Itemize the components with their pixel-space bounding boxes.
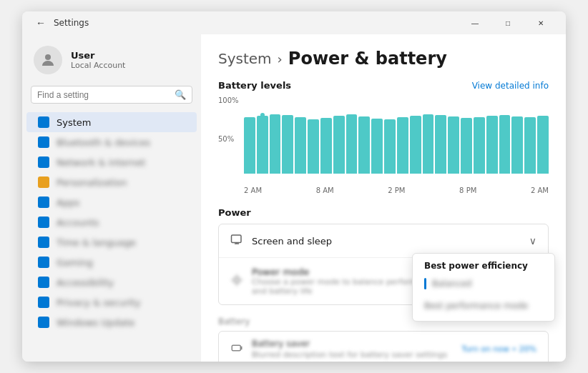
chart-bar [333, 116, 345, 174]
system-icon [38, 116, 49, 128]
sidebar-item-apps[interactable]: Apps [26, 192, 197, 212]
chart-bar [524, 117, 536, 174]
chart-y-labels: 100% 50% 0 [218, 96, 239, 182]
sidebar-label-gaming: Gaming [57, 257, 93, 268]
battery-saver-content: Battery saver Blurred description text f… [252, 339, 453, 359]
sidebar-item-gaming[interactable]: Gaming [26, 252, 197, 272]
maximize-button[interactable]: □ [491, 11, 524, 34]
chart-bar [244, 117, 255, 174]
chart-bar [461, 118, 472, 174]
apps-icon [38, 197, 49, 208]
sidebar-item-bluetooth[interactable]: Bluetooth & devices [26, 132, 197, 152]
gaming-icon [38, 257, 49, 268]
power-section: Power Screen and sleep ∨ [218, 207, 549, 305]
chart-bar [448, 116, 459, 174]
view-detailed-link[interactable]: View detailed info [472, 81, 549, 91]
chart-bar [371, 119, 383, 174]
screen-sleep-icon [230, 233, 243, 249]
sidebar-label-personalization: Personalization [57, 177, 127, 188]
chart-bar [474, 117, 485, 174]
svg-point-0 [45, 54, 51, 60]
search-box[interactable]: 🔍 [31, 86, 192, 104]
back-button[interactable]: ← [31, 13, 51, 33]
chart-bar [499, 115, 511, 174]
battery-saver-desc: Blurred description text for battery sav… [252, 350, 453, 359]
breadcrumb-parent[interactable]: System [218, 50, 272, 67]
chart-area [244, 96, 549, 182]
svg-rect-1 [232, 235, 242, 243]
user-section: User Local Account [22, 40, 201, 86]
breadcrumb-current: Power & battery [288, 49, 447, 69]
breadcrumb-chevron-icon: › [278, 51, 283, 66]
user-info: User Local Account [71, 50, 125, 70]
sidebar-label-system: System [57, 117, 91, 128]
svg-point-2 [234, 277, 240, 283]
chart-x-labels: 2 AM 8 AM 2 PM 8 PM 2 AM [244, 185, 549, 196]
sidebar-item-network[interactable]: Network & internet [26, 152, 197, 172]
close-button[interactable]: ✕ [524, 11, 557, 34]
accessibility-icon [38, 277, 49, 288]
chart-bar [410, 116, 421, 174]
chart-bar [384, 119, 396, 174]
sidebar-item-system[interactable]: System [26, 112, 197, 132]
chart-bar [295, 117, 306, 174]
chart-bar [358, 116, 370, 174]
accounts-icon [38, 217, 49, 228]
battery-saver-action[interactable]: Turn on now • 20% [461, 344, 536, 354]
sidebar-label-network: Network & internet [57, 157, 145, 168]
battery-lower-card: Battery saver Blurred description text f… [218, 331, 549, 362]
dropdown-item-2-label: Best performance mode [424, 301, 528, 311]
breadcrumb: System › Power & battery [218, 49, 549, 69]
chart-bar [435, 115, 446, 174]
window-title: Settings [54, 18, 459, 28]
sidebar-item-privacy[interactable]: Privacy & security [26, 292, 197, 312]
titlebar: ← Settings — □ ✕ [22, 11, 566, 34]
dropdown-selected-label: Balanced [432, 279, 471, 289]
minimize-button[interactable]: — [459, 11, 491, 34]
sidebar-item-windows-update[interactable]: Windows Update [26, 312, 197, 332]
sidebar-item-accounts[interactable]: Accounts [26, 212, 197, 232]
sidebar-label-time: Time & language [57, 237, 136, 248]
battery-lower-section: Battery Battery saver Blurred descriptio… [218, 317, 549, 362]
battery-saver-row[interactable]: Battery saver Blurred description text f… [219, 332, 548, 362]
chart-bar [257, 116, 268, 174]
sidebar-item-accessibility[interactable]: Accessibility [26, 272, 197, 292]
user-name: User [71, 50, 125, 61]
chart-bar [537, 116, 549, 174]
sidebar-label-apps: Apps [57, 197, 79, 208]
screen-sleep-chevron-icon: ∨ [529, 235, 536, 247]
battery-levels-header: Battery levels View detailed info [218, 80, 549, 91]
x-label-2am-start: 2 AM [244, 186, 262, 194]
x-label-2pm: 2 PM [388, 186, 405, 194]
chart-bar [346, 114, 358, 174]
battery-saver-icon [230, 342, 243, 357]
battery-levels-title: Battery levels [218, 80, 291, 91]
sidebar-label-accessibility: Accessibility [57, 277, 114, 288]
content-area: User Local Account 🔍 System Bluetooth & … [22, 34, 566, 362]
chart-bar [397, 117, 408, 174]
x-label-8am: 8 AM [316, 186, 334, 194]
personalization-icon [38, 176, 49, 188]
chart-bar [486, 116, 498, 174]
dropdown-item-selected[interactable]: Balanced [413, 272, 554, 295]
user-account-type: Local Account [71, 61, 125, 70]
svg-rect-3 [232, 345, 240, 351]
network-icon [38, 156, 49, 168]
battery-saver-title: Battery saver [252, 339, 453, 349]
chart-bar [511, 116, 523, 174]
sidebar-item-personalization[interactable]: Personalization [26, 172, 197, 192]
sidebar-item-time[interactable]: Time & language [26, 232, 197, 252]
y-label-50: 50% [218, 135, 239, 143]
bluetooth-icon [38, 136, 49, 148]
search-input[interactable] [37, 90, 170, 100]
sidebar-label-windows-update: Windows Update [57, 317, 134, 328]
settings-window: ← Settings — □ ✕ User Local Account [22, 11, 566, 362]
windows-update-icon [38, 317, 49, 328]
x-label-2am-end: 2 AM [531, 186, 549, 194]
y-label-100: 100% [218, 96, 239, 104]
screen-sleep-label: Screen and sleep [252, 236, 521, 247]
window-controls: — □ ✕ [459, 11, 557, 34]
dropdown-title: Best power efficiency [413, 258, 554, 272]
power-mode-icon [230, 274, 243, 289]
dropdown-item-2[interactable]: Best performance mode [413, 295, 554, 317]
